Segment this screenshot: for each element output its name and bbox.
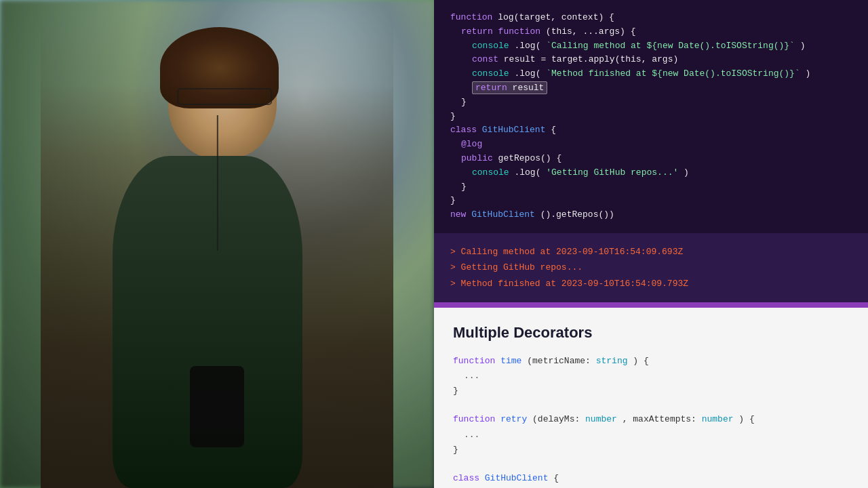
code-line-10: @log [450, 138, 852, 152]
code-line-1: function log(target, context) { [450, 11, 852, 25]
section-divider [434, 302, 868, 308]
output-line-2: > Getting GitHub repos... [450, 260, 852, 275]
code-line-13: } [450, 180, 852, 195]
time-function-block: function time (metricName: string ) { ..… [453, 354, 849, 399]
code-line-7: } [450, 96, 852, 110]
code-line-8: } [450, 110, 852, 124]
retry-fn-line1: function retry (delayMs: number , maxAtt… [453, 412, 849, 427]
section-title: Multiple Decorators [453, 324, 849, 342]
code-line-14: } [450, 194, 852, 208]
retry-fn-line3: } [453, 443, 849, 458]
code-line-2: return function (this, ...args) { [450, 25, 852, 39]
retry-function-block: function retry (delayMs: number , maxAtt… [453, 412, 849, 457]
code-line-12: console .log( 'Getting GitHub repos...' … [450, 166, 852, 180]
code-line-5: console .log( `Method finished at ${new … [450, 67, 852, 81]
code-line-3: console .log( `Calling method at ${new D… [450, 39, 852, 54]
class-line1: class GitHubClient { [453, 471, 849, 486]
code-line-4: const result = target.apply(this, args) [450, 53, 852, 67]
output-line-3: > Method finished at 2023-09-10T16:54:09… [450, 276, 852, 291]
time-fn-line3: } [453, 384, 849, 399]
code-line-11: public getRepos() { [450, 152, 852, 166]
bottom-section: Multiple Decorators function time (metri… [434, 308, 868, 488]
time-fn-line1: function time (metricName: string ) { [453, 354, 849, 369]
photo-background [0, 0, 434, 488]
output-section: > Calling method at 2023-09-10T16:54:09.… [434, 233, 868, 302]
output-line-1: > Calling method at 2023-09-10T16:54:09.… [450, 244, 852, 260]
code-line-15: new GitHubClient ().getRepos()) [450, 208, 852, 222]
code-line-9: class GitHubClient { [450, 123, 852, 138]
right-panel: function log(target, context) { return f… [434, 0, 868, 488]
top-code-block: function log(target, context) { return f… [434, 0, 868, 233]
photo-panel [0, 0, 434, 488]
time-fn-line2: ... [453, 369, 849, 384]
code-line-6: return result [450, 81, 852, 96]
class-block: class GitHubClient { getRepoInfo (repo: … [453, 471, 849, 488]
retry-fn-line2: ... [453, 428, 849, 443]
code-section-top: function log(target, context) { return f… [434, 0, 868, 233]
